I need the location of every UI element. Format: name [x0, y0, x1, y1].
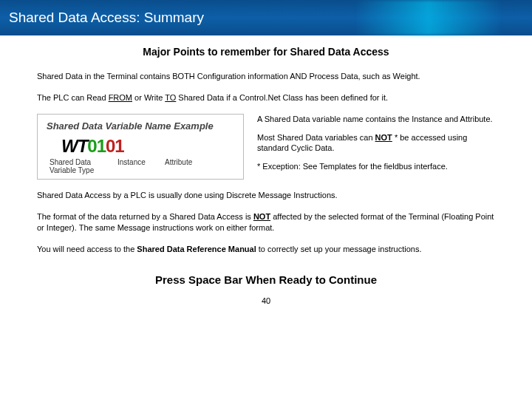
label-attribute: Attribute [165, 158, 192, 174]
paragraph-4: The format of the data returned by a Sha… [37, 211, 495, 233]
paragraph-2: The PLC can Read FROM or Write TO Shared… [37, 92, 495, 103]
right-column: A Shared Data variable name contains the… [257, 114, 495, 180]
p2-text-a: The PLC can Read [37, 93, 109, 102]
p4-a: The format of the data returned by a Sha… [37, 212, 253, 221]
diagram-row: Shared Data Variable Name Example WT0101… [37, 114, 495, 180]
right-p1: A Shared Data variable name contains the… [257, 114, 495, 125]
page-title: Shared Data Access: Summary [9, 10, 204, 26]
subtitle: Major Points to remember for Shared Data… [37, 46, 495, 58]
p5-bold: Shared Data Reference Manual [137, 245, 256, 253]
label-instance: Instance [117, 158, 154, 174]
p5-b: to correctly set up your message instruc… [256, 245, 422, 253]
p2-text-c: Shared Data if a Control.Net Class has b… [176, 93, 388, 102]
p2-text-b: or Write [132, 93, 165, 102]
variable-name-diagram: Shared Data Variable Name Example WT0101… [37, 114, 244, 180]
slide-header: Shared Data Access: Summary [0, 0, 532, 35]
paragraph-5: You will need access to the Shared Data … [37, 244, 495, 255]
p4-not: NOT [253, 212, 270, 221]
r2-not: NOT [375, 133, 392, 142]
continue-prompt: Press Space Bar When Ready to Continue [37, 273, 495, 286]
var-instance: 01 [87, 136, 106, 156]
p5-a: You will need access to the [37, 245, 137, 253]
paragraph-1: Shared Data in the Terminal contains BOT… [37, 71, 495, 82]
label-type: Shared Data Variable Type [50, 158, 107, 174]
slide-body: Major Points to remember for Shared Data… [0, 35, 532, 305]
r2-a: Most Shared Data variables can [257, 133, 375, 142]
p2-to: TO [165, 93, 176, 102]
variable-name-example: WT0101 [61, 136, 234, 157]
right-p3: * Exception: See Templates for the field… [257, 161, 495, 172]
header-accent [355, 0, 502, 35]
paragraph-3: Shared Data Access by a PLC is usually d… [37, 190, 495, 201]
diagram-labels: Shared Data Variable Type Instance Attri… [50, 158, 234, 174]
var-attribute: 01 [106, 136, 124, 156]
var-type: WT [61, 136, 87, 156]
diagram-title: Shared Data Variable Name Example [47, 120, 234, 132]
right-p2: Most Shared Data variables can NOT * be … [257, 132, 495, 154]
p2-from: FROM [109, 93, 132, 102]
page-number: 40 [37, 296, 495, 305]
